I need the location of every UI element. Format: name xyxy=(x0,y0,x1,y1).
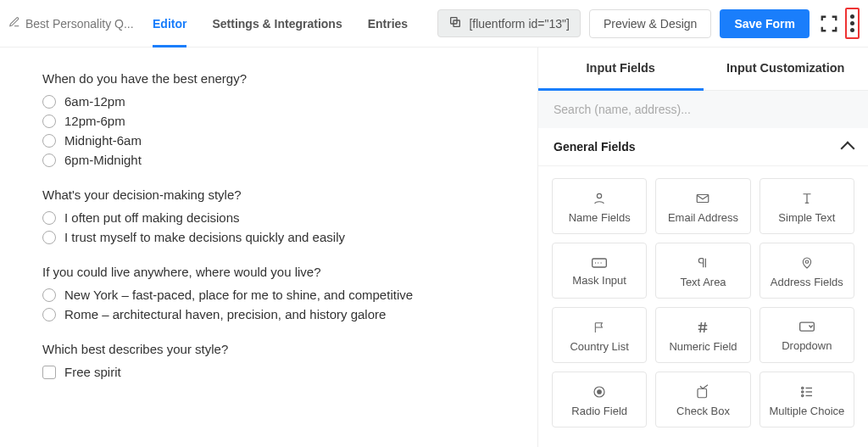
svg-point-10 xyxy=(801,387,803,388)
save-form-button[interactable]: Save Form xyxy=(720,9,810,38)
radio-option[interactable]: I often put off making decisions xyxy=(42,210,495,225)
question-decision[interactable]: What's your decision-making style? I oft… xyxy=(42,187,495,244)
preview-design-button[interactable]: Preview & Design xyxy=(589,9,712,38)
checkbox-option[interactable]: Free spirit xyxy=(42,365,495,379)
question-city[interactable]: If you could live anywhere, where would … xyxy=(42,265,495,321)
question-label: When do you have the best energy? xyxy=(42,71,495,86)
tab-editor[interactable]: Editor xyxy=(153,0,186,47)
field-email-address[interactable]: Email Address xyxy=(655,178,750,234)
field-numeric-field[interactable]: Numeric Field xyxy=(655,307,750,363)
copy-icon xyxy=(448,15,462,31)
svg-point-2 xyxy=(598,193,602,198)
question-label: What's your decision-making style? xyxy=(42,187,495,202)
main-layout: When do you have the best energy? 6am-12… xyxy=(0,47,868,447)
radio-icon xyxy=(42,134,56,148)
field-country-list[interactable]: Country List xyxy=(552,307,647,363)
nav-tabs: Editor Settings & Integrations Entries xyxy=(153,0,408,47)
shortcode-box[interactable]: [fluentform id="13"] xyxy=(437,9,581,37)
radio-option[interactable]: Rome – architectural haven, precision, a… xyxy=(42,307,495,321)
radio-icon xyxy=(42,154,56,167)
field-name-fields[interactable]: Name Fields xyxy=(552,178,647,234)
tab-input-customization[interactable]: Input Customization xyxy=(704,47,869,91)
flag-icon xyxy=(593,320,606,335)
radio-icon xyxy=(42,308,56,321)
section-general-fields[interactable]: General Fields xyxy=(538,128,868,166)
field-grid: Name Fields Email Address Simple Text Ma… xyxy=(538,166,868,439)
field-multiple-choice[interactable]: Multiple Choice xyxy=(760,372,854,427)
search-fields-input[interactable] xyxy=(554,103,853,116)
checkbox-icon xyxy=(695,384,710,400)
shortcode-text: [fluentform id="13"] xyxy=(469,17,570,31)
mail-icon xyxy=(695,191,710,206)
field-simple-text[interactable]: Simple Text xyxy=(760,178,854,234)
field-text-area[interactable]: Text Area xyxy=(655,243,750,299)
form-canvas: When do you have the best energy? 6am-12… xyxy=(0,47,537,447)
section-title: General Fields xyxy=(554,140,635,154)
radio-option[interactable]: Midnight-6am xyxy=(42,133,495,148)
tab-input-fields[interactable]: Input Fields xyxy=(538,47,704,91)
paragraph-icon xyxy=(696,255,709,271)
svg-point-5 xyxy=(805,260,808,263)
form-title[interactable]: Best Personality Q... xyxy=(8,16,136,31)
svg-rect-3 xyxy=(698,194,709,202)
svg-point-12 xyxy=(801,394,803,396)
svg-point-11 xyxy=(801,390,803,392)
field-radio-field[interactable]: Radio Field xyxy=(552,372,647,427)
form-title-text: Best Personality Q... xyxy=(25,17,134,31)
field-address-fields[interactable]: Address Fields xyxy=(760,243,854,299)
svg-point-8 xyxy=(598,389,602,394)
sidebar-tabs: Input Fields Input Customization xyxy=(538,47,868,91)
question-energy[interactable]: When do you have the best energy? 6am-12… xyxy=(42,71,495,167)
dots-vertical-icon xyxy=(850,14,854,32)
checkbox-icon xyxy=(42,366,56,379)
field-dropdown[interactable]: Dropdown xyxy=(760,307,854,363)
hash-icon xyxy=(695,320,710,335)
radio-option[interactable]: 12pm-6pm xyxy=(42,114,495,128)
tab-entries[interactable]: Entries xyxy=(368,0,408,47)
question-label: Which best describes your style? xyxy=(42,342,495,356)
svg-rect-9 xyxy=(698,388,707,398)
field-mask-input[interactable]: Mask Input xyxy=(552,243,647,299)
radio-option[interactable]: 6am-12pm xyxy=(42,94,495,109)
search-fields-wrap xyxy=(538,91,868,128)
radio-icon xyxy=(592,384,607,400)
list-icon xyxy=(799,384,815,400)
question-label: If you could live anywhere, where would … xyxy=(42,265,495,279)
pin-icon xyxy=(800,255,814,271)
radio-icon xyxy=(42,288,56,302)
svg-rect-4 xyxy=(593,259,607,267)
user-icon xyxy=(592,191,607,206)
dropdown-icon xyxy=(798,321,815,334)
radio-icon xyxy=(42,231,56,244)
edit-icon xyxy=(8,16,20,31)
more-menu-button[interactable] xyxy=(845,8,860,39)
radio-icon xyxy=(42,95,56,109)
header-bar: Best Personality Q... Editor Settings & … xyxy=(0,0,868,47)
mask-icon xyxy=(591,257,608,269)
field-check-box[interactable]: Check Box xyxy=(655,372,750,427)
radio-option[interactable]: I trust myself to make decisions quickly… xyxy=(42,230,495,244)
text-icon xyxy=(799,191,815,206)
radio-icon xyxy=(42,115,56,128)
chevron-up-icon xyxy=(841,142,855,156)
radio-option[interactable]: New York – fast-paced, place for me to s… xyxy=(42,288,495,302)
question-style[interactable]: Which best describes your style? Free sp… xyxy=(42,342,495,379)
radio-icon xyxy=(42,211,56,225)
radio-option[interactable]: 6pm-Midnight xyxy=(42,153,495,167)
fullscreen-icon[interactable] xyxy=(820,14,838,33)
tab-settings[interactable]: Settings & Integrations xyxy=(212,0,342,47)
right-sidebar: Input Fields Input Customization General… xyxy=(537,47,868,447)
